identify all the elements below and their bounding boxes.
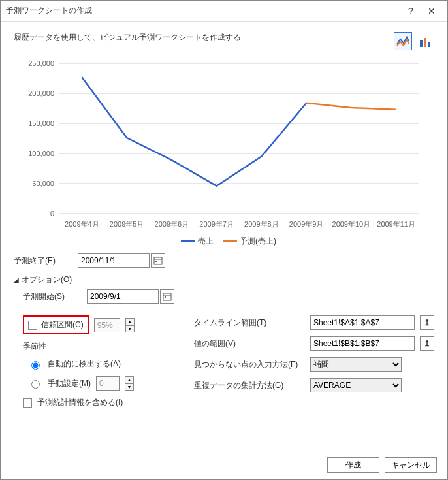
confidence-label: 信頼区間(C): [41, 319, 84, 330]
create-button[interactable]: 作成: [327, 457, 379, 473]
confidence-checkbox[interactable]: [28, 321, 37, 330]
forecast-start-input[interactable]: [87, 289, 159, 304]
seasonality-spin-up[interactable]: ▲: [125, 376, 134, 383]
include-stats-checkbox[interactable]: [23, 398, 32, 408]
confidence-highlight: 信頼区間(C): [23, 315, 89, 334]
svg-text:2009年4月: 2009年4月: [65, 220, 99, 228]
chart-type-column-button[interactable]: [416, 32, 434, 50]
values-range-picker-button[interactable]: ↥: [420, 336, 434, 351]
svg-rect-23: [154, 257, 162, 264]
line-chart-icon: [396, 34, 410, 48]
confidence-value-input: [94, 318, 120, 332]
range-picker-icon: ↥: [424, 339, 430, 348]
svg-rect-25: [155, 261, 157, 262]
chart-type-line-button[interactable]: [394, 32, 412, 50]
column-chart-icon: [418, 34, 432, 48]
svg-text:2009年10月: 2009年10月: [332, 220, 371, 228]
dialog-subtitle: 履歴データを使用して、ビジュアル予測ワークシートを作成する: [14, 32, 394, 43]
legend-entry: 売上: [198, 236, 214, 246]
chart-legend: 売上予測(売上): [14, 236, 434, 247]
options-toggle[interactable]: ◢ オプション(O): [14, 274, 434, 285]
seasonality-auto-label: 自動的に検出する(A): [48, 359, 121, 370]
timeline-range-picker-button[interactable]: ↥: [420, 315, 434, 330]
svg-rect-2: [428, 42, 430, 47]
aggregate-select[interactable]: AVERAGE: [310, 378, 402, 392]
svg-text:2009年5月: 2009年5月: [110, 220, 144, 228]
seasonality-manual-radio[interactable]: [31, 380, 40, 389]
svg-text:200,000: 200,000: [28, 89, 54, 97]
svg-rect-28: [165, 296, 166, 298]
confidence-spinner: ▲ ▼: [125, 318, 135, 332]
svg-rect-0: [420, 40, 423, 47]
cancel-button[interactable]: キャンセル: [385, 457, 437, 473]
svg-text:2009年7月: 2009年7月: [199, 220, 234, 228]
aggregate-label: 重複データの集計方法(G): [194, 380, 305, 391]
forecast-end-datepicker-button[interactable]: [151, 253, 165, 268]
seasonality-auto-radio[interactable]: [31, 361, 40, 370]
svg-rect-1: [424, 38, 426, 47]
calendar-icon: [163, 292, 172, 301]
svg-text:100,000: 100,000: [28, 150, 54, 157]
window-title: 予測ワークシートの作成: [6, 5, 400, 16]
seasonality-label: 季節性: [23, 341, 182, 352]
timeline-range-label: タイムライン範囲(T): [194, 317, 305, 328]
values-range-label: 値の範囲(V): [194, 338, 305, 349]
forecast-start-label: 予測開始(S): [23, 291, 82, 302]
missing-points-label: 見つからない点の入力方法(F): [194, 359, 305, 370]
missing-points-select[interactable]: 補間: [310, 357, 402, 372]
chart-container: 050,000100,000150,000200,000250,0002009年…: [14, 57, 434, 247]
svg-text:250,000: 250,000: [28, 59, 54, 67]
svg-text:2009年9月: 2009年9月: [289, 220, 324, 228]
svg-text:2009年8月: 2009年8月: [244, 220, 279, 228]
forecast-dialog: 予測ワークシートの作成 ? ✕ 履歴データを使用して、ビジュアル予測ワークシート…: [0, 0, 448, 480]
confidence-spin-down[interactable]: ▼: [125, 325, 135, 332]
legend-entry: 予測(売上): [240, 236, 276, 246]
svg-text:2009年11月: 2009年11月: [377, 220, 415, 228]
seasonality-spin-down[interactable]: ▼: [125, 383, 134, 391]
svg-rect-26: [163, 293, 171, 300]
dialog-footer: 作成 キャンセル: [1, 451, 447, 479]
svg-text:50,000: 50,000: [32, 180, 54, 187]
include-stats-label: 予測統計情報を含める(I): [37, 397, 123, 408]
close-button[interactable]: ✕: [421, 6, 442, 16]
timeline-range-input[interactable]: [310, 315, 415, 330]
calendar-icon: [153, 256, 163, 265]
forecast-start-datepicker-button[interactable]: [160, 289, 174, 304]
range-picker-icon: ↥: [424, 318, 430, 327]
confidence-spin-up[interactable]: ▲: [125, 318, 135, 325]
help-button[interactable]: ?: [400, 6, 421, 16]
svg-text:0: 0: [50, 210, 54, 217]
chart-type-group: [394, 32, 434, 50]
chevron-down-icon: ◢: [14, 276, 19, 283]
svg-text:2009年6月: 2009年6月: [155, 220, 189, 228]
titlebar: 予測ワークシートの作成 ? ✕: [1, 1, 447, 22]
forecast-end-input[interactable]: [78, 253, 150, 268]
forecast-end-label: 予測終了(E): [14, 255, 72, 266]
seasonality-manual-input: [96, 376, 120, 391]
values-range-input[interactable]: [310, 336, 415, 351]
forecast-chart: 050,000100,000150,000200,000250,0002009年…: [14, 57, 432, 233]
dialog-content: 履歴データを使用して、ビジュアル予測ワークシートを作成する: [1, 22, 447, 451]
svg-text:150,000: 150,000: [28, 120, 54, 127]
seasonality-manual-label: 手動設定(M): [48, 378, 91, 389]
